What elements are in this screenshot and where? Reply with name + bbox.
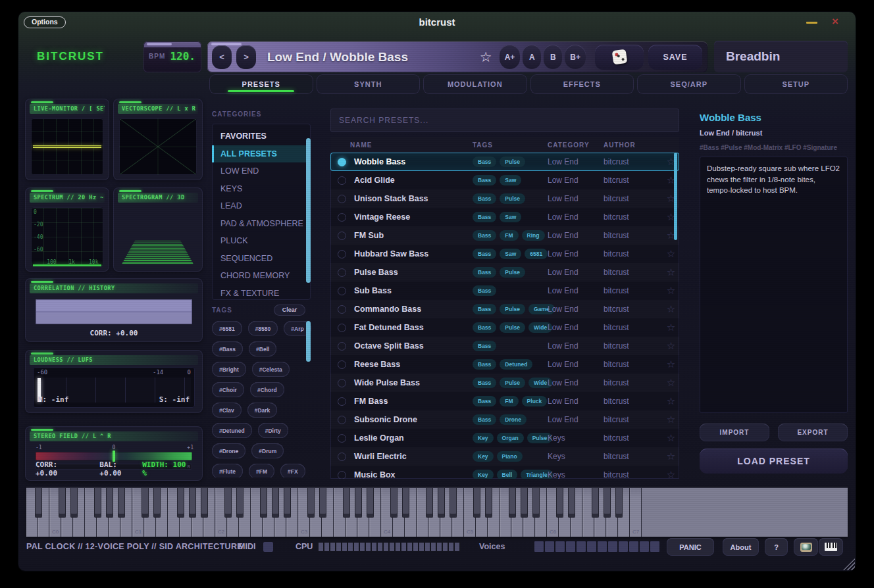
keyboard-toggle-button[interactable] bbox=[819, 538, 843, 556]
black-key[interactable] bbox=[201, 488, 208, 518]
category-item-keys[interactable]: KEYS bbox=[212, 180, 311, 198]
table-row[interactable]: FM BassBassFMPluckLow Endbitcrust☆ bbox=[330, 392, 679, 410]
preset-favorite-star[interactable]: ☆ bbox=[663, 469, 679, 479]
tag-pill-drone[interactable]: #Drone bbox=[212, 443, 245, 458]
black-key[interactable] bbox=[141, 488, 149, 518]
black-key[interactable] bbox=[604, 488, 611, 518]
preset-radio[interactable] bbox=[338, 232, 346, 240]
black-key[interactable] bbox=[521, 488, 528, 518]
preset-favorite-star[interactable]: ☆ bbox=[663, 285, 679, 297]
bpm-value[interactable]: 120. bbox=[170, 50, 195, 62]
tab-synth[interactable]: SYNTH bbox=[317, 74, 421, 94]
preset-favorite-star[interactable]: ☆ bbox=[663, 322, 679, 333]
tag-pill-chord[interactable]: #Chord bbox=[250, 382, 284, 397]
category-item-fx-texture[interactable]: FX & TEXTURE bbox=[212, 285, 311, 301]
table-row[interactable]: Octave Split BassBassLow Endbitcrust☆ bbox=[330, 337, 679, 355]
variation-button-b[interactable]: B bbox=[544, 45, 562, 69]
black-key[interactable] bbox=[35, 488, 42, 518]
piano-keyboard[interactable]: C0C1C2C3C4C5C6C7 bbox=[26, 488, 642, 538]
preset-radio[interactable] bbox=[338, 195, 346, 203]
preset-radio[interactable] bbox=[338, 305, 346, 314]
preset-favorite-star[interactable]: ☆ bbox=[663, 358, 679, 370]
black-key[interactable] bbox=[615, 488, 623, 518]
table-row[interactable]: Pulse BassBassPulseLow Endbitcrust☆ bbox=[330, 263, 679, 282]
panic-button[interactable]: PANIC bbox=[667, 538, 714, 556]
white-key[interactable]: C7 bbox=[630, 488, 642, 537]
table-row[interactable]: Hubbard Saw BassBassSaw6581Low Endbitcru… bbox=[330, 245, 679, 263]
about-button[interactable]: About bbox=[723, 538, 759, 556]
tag-pill-8580[interactable]: #8580 bbox=[248, 321, 278, 336]
black-key[interactable] bbox=[106, 488, 113, 518]
black-key[interactable] bbox=[390, 488, 398, 518]
preset-favorite-star[interactable]: ☆ bbox=[663, 266, 679, 278]
tag-pill-flute[interactable]: #Flute bbox=[212, 464, 243, 478]
tag-pill-clav[interactable]: #Clav bbox=[212, 403, 242, 418]
category-item-chord-memory[interactable]: CHORD MEMORY bbox=[212, 267, 311, 285]
preset-radio[interactable] bbox=[338, 379, 346, 387]
black-key[interactable] bbox=[532, 488, 540, 518]
table-row[interactable]: FM SubBassFMRingLow Endbitcrust☆ bbox=[330, 226, 679, 245]
tag-pill-bell[interactable]: #Bell bbox=[249, 341, 276, 356]
category-item-pluck[interactable]: PLUCK bbox=[212, 232, 311, 250]
preset-favorite-star[interactable]: ☆ bbox=[663, 303, 679, 315]
tag-pill-6581[interactable]: #6581 bbox=[212, 321, 242, 336]
table-row[interactable]: Wide Pulse BassBassPulseWideLow Endbitcr… bbox=[330, 374, 679, 392]
black-key[interactable] bbox=[224, 488, 232, 518]
black-key[interactable] bbox=[355, 488, 362, 518]
category-item-favorites[interactable]: FAVORITES bbox=[212, 128, 311, 145]
black-key[interactable] bbox=[367, 488, 374, 518]
clear-tags-button[interactable]: Clear bbox=[274, 305, 305, 316]
tag-pill-celesta[interactable]: #Celesta bbox=[252, 362, 290, 377]
table-row[interactable]: Wobble BassBassPulseLow Endbitcrust☆ bbox=[330, 153, 679, 171]
black-key[interactable] bbox=[402, 488, 409, 518]
tag-pill-dirty[interactable]: #Dirty bbox=[258, 423, 288, 438]
preset-radio[interactable] bbox=[338, 453, 346, 461]
bank-name-field[interactable]: Breadbin bbox=[714, 41, 848, 72]
preset-favorite-star[interactable]: ☆ bbox=[663, 395, 679, 407]
black-key[interactable] bbox=[485, 488, 492, 518]
table-row[interactable]: Unison Stack BassBassPulseLow Endbitcrus… bbox=[330, 189, 679, 208]
category-item-lead[interactable]: LEAD bbox=[212, 197, 311, 215]
stereo-balance-bar[interactable] bbox=[36, 452, 192, 460]
search-input[interactable] bbox=[330, 109, 679, 132]
black-key[interactable] bbox=[343, 488, 350, 518]
variation-button-a[interactable]: A+ bbox=[500, 45, 521, 69]
table-row[interactable]: Reese BassBassDetunedLow Endbitcrust☆ bbox=[330, 355, 679, 374]
black-key[interactable] bbox=[153, 488, 161, 518]
preset-radio[interactable] bbox=[338, 342, 346, 351]
randomize-button[interactable] bbox=[595, 45, 644, 70]
preset-radio[interactable] bbox=[338, 268, 346, 277]
preset-favorite-star[interactable]: ☆ bbox=[663, 432, 679, 444]
preset-radio[interactable] bbox=[338, 324, 346, 332]
preset-radio[interactable] bbox=[338, 416, 346, 424]
table-row[interactable]: Vintage ReeseBassSawLow Endbitcrust☆ bbox=[330, 208, 679, 226]
table-row[interactable]: Sub BassBassLow Endbitcrust☆ bbox=[330, 282, 679, 300]
table-row[interactable]: Acid GlideBassSawLow Endbitcrust☆ bbox=[330, 171, 679, 189]
table-row[interactable]: Wurli ElectricKeyPianoKeysbitcrust☆ bbox=[330, 447, 679, 466]
import-button[interactable]: IMPORT bbox=[700, 424, 769, 441]
preset-favorite-star[interactable]: ☆ bbox=[663, 414, 679, 426]
category-item-low-end[interactable]: LOW END bbox=[212, 162, 311, 180]
table-row[interactable]: Fat Detuned BassBassPulseWideLow Endbitc… bbox=[330, 318, 679, 337]
black-key[interactable] bbox=[177, 488, 184, 518]
table-row[interactable]: Subsonic DroneBassDroneLow Endbitcrust☆ bbox=[330, 410, 679, 429]
black-key[interactable] bbox=[438, 488, 445, 518]
preset-favorite-star[interactable]: ☆ bbox=[663, 377, 679, 389]
bpm-display[interactable]: BPM 120. bbox=[143, 41, 201, 72]
preset-radio[interactable] bbox=[338, 397, 346, 406]
next-preset-button[interactable]: > bbox=[236, 45, 256, 69]
preset-table-scrollbar[interactable] bbox=[674, 153, 677, 240]
black-key[interactable] bbox=[568, 488, 575, 518]
tag-pill-detuned[interactable]: #Detuned bbox=[212, 423, 252, 438]
black-key[interactable] bbox=[556, 488, 563, 518]
tab-presets[interactable]: PRESETS bbox=[209, 74, 313, 94]
preset-radio[interactable] bbox=[338, 176, 346, 185]
black-key[interactable] bbox=[284, 488, 291, 518]
tag-pill-drum[interactable]: #Drum bbox=[251, 443, 284, 458]
categories-scrollbar[interactable] bbox=[306, 138, 311, 283]
black-key[interactable] bbox=[94, 488, 101, 518]
black-key[interactable] bbox=[592, 488, 599, 518]
preset-radio[interactable] bbox=[338, 158, 346, 166]
tab-seq-arp[interactable]: SEQ/ARP bbox=[637, 74, 741, 94]
preset-radio[interactable] bbox=[338, 360, 346, 369]
